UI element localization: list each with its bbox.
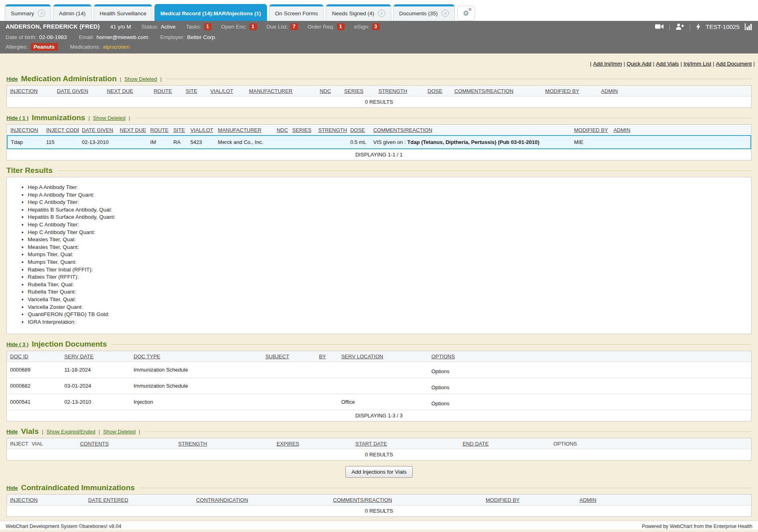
divider (135, 118, 752, 118)
hide-medication-administration-link[interactable]: Hide (6, 76, 18, 82)
action-link-add-document[interactable]: Add Document (716, 61, 752, 67)
add-person-icon[interactable] (676, 23, 684, 30)
column-header-route[interactable]: ROUTE (150, 86, 183, 97)
column-header-strength[interactable]: STRENGTH (375, 86, 424, 97)
column-header-end-date[interactable]: END DATE (459, 438, 550, 449)
tab-summary[interactable]: Summary↗ (5, 4, 51, 21)
tab-documents-35[interactable]: Documents (35)↗ (393, 4, 455, 21)
counter-badge[interactable]: 1 (204, 23, 212, 30)
column-header-strength[interactable]: STRENGTH (315, 125, 347, 136)
titer-item: Hep C Antibody Titer Quant: (28, 229, 747, 236)
show-deleted-immunizations-link[interactable]: Show Deleted (93, 115, 125, 121)
column-header-next-due[interactable]: NEXT DUE (104, 86, 151, 97)
column-header-modified-by[interactable]: MODIFIED BY (483, 495, 576, 505)
lightning-icon[interactable] (696, 23, 700, 30)
counter-badge[interactable]: 3 (372, 23, 380, 30)
page: Summary↗Admin (14)Health SurveillanceMed… (0, 0, 758, 532)
column-header-admin[interactable]: ADMIN (610, 125, 751, 136)
column-header-vial-lot[interactable]: VIAL/LOT (207, 86, 246, 97)
hide-vials-link[interactable]: Hide (6, 429, 18, 435)
column-header-comments-reaction[interactable]: COMMENTS/REACTION (330, 495, 482, 505)
show-expired-ended-link[interactable]: Show Expired/Ended (47, 429, 95, 435)
document-row-0000682[interactable]: 000068203-01-2024Immunization ScheduleOp… (7, 378, 751, 394)
immunization-row-tdap[interactable]: Tdap11502-13-2010IMRA5423Merck and Co., … (7, 136, 751, 149)
column-header-admin[interactable]: ADMIN (576, 495, 751, 505)
counter-badge[interactable]: 1 (337, 23, 345, 30)
action-link-add-inj-imm[interactable]: Add Inj/Imm (593, 61, 622, 67)
column-header-site[interactable]: SITE (170, 125, 187, 136)
hide-injection-documents-link[interactable]: Hide ( 3 ) (6, 341, 29, 347)
column-header-injection[interactable]: INJECTION (7, 495, 85, 505)
column-header-date-entered[interactable]: DATE ENTERED (85, 495, 193, 505)
column-header-vial: VIAL (29, 438, 77, 449)
column-header-subject[interactable]: SUBJECT (262, 351, 316, 362)
column-header-date-given[interactable]: DATE GIVEN (54, 86, 104, 97)
titer-item: Hep A Antibody Titer Quant: (28, 191, 747, 199)
settings-gear-button[interactable]: ⚙ ⚙ (457, 6, 475, 21)
tab-needs-signed-4[interactable]: Needs Signed (4)↗ (326, 4, 391, 21)
column-header-vial-lot[interactable]: VIAL/LOT (187, 125, 214, 136)
column-header-doc-id[interactable]: DOC ID (7, 351, 61, 362)
counter-badge[interactable]: 7 (290, 23, 298, 30)
add-injections-for-vials-button[interactable]: Add Injections for Vials (345, 466, 413, 478)
column-header-modified-by[interactable]: MODIFIED BY (542, 86, 598, 97)
action-link-add-vials[interactable]: Add Vials (656, 61, 679, 67)
column-header-site[interactable]: SITE (183, 86, 207, 97)
column-header-start-date[interactable]: START DATE (352, 438, 460, 449)
column-header-injection[interactable]: INJECTION (7, 125, 43, 136)
column-header-series[interactable]: SERIES (341, 86, 375, 97)
column-header-next-due[interactable]: NEXT DUE (117, 125, 147, 136)
patient-details: Date of birth:02-08-1983 Email:horner@mi… (0, 32, 758, 53)
doc-cell-doc-type: Injection (130, 394, 262, 410)
column-header-dose[interactable]: DOSE (347, 125, 370, 136)
tab-health-surveillance[interactable]: Health Surveillance (94, 4, 152, 21)
document-row-0000689[interactable]: 000068911-18-2024Immunization ScheduleOp… (7, 362, 751, 378)
bar-chart-icon[interactable] (745, 23, 752, 30)
column-header-comments-reaction[interactable]: COMMENTS/REACTION (370, 125, 571, 136)
column-header-serv-date[interactable]: SERV DATE (61, 351, 130, 362)
divider (145, 431, 752, 432)
action-link-quick-add[interactable]: Quick Add (627, 61, 651, 67)
column-header-series[interactable]: SERIES (289, 125, 315, 136)
doc-options-link[interactable]: Options (428, 394, 751, 410)
video-camera-icon[interactable] (655, 24, 664, 29)
hide-immunizations-link[interactable]: Hide ( 1 ) (6, 115, 29, 121)
doc-cell-serv-location (338, 362, 428, 378)
column-header-ndc[interactable]: NDC (316, 86, 341, 97)
column-header-serv-location[interactable]: SERV LOCATION (338, 351, 428, 362)
column-header-date-given[interactable]: DATE GIVEN (79, 125, 117, 136)
doc-cell-subject (262, 394, 316, 410)
column-header-route[interactable]: ROUTE (147, 125, 170, 136)
column-header-strength[interactable]: STRENGTH (175, 438, 273, 449)
column-header-expires[interactable]: EXPIRES (273, 438, 352, 449)
show-deleted-med-admin-link[interactable]: Show Deleted (124, 76, 157, 82)
column-header-contraindication[interactable]: CONTRAINDICATION (193, 495, 330, 505)
show-deleted-vials-link[interactable]: Show Deleted (103, 429, 136, 435)
divider (112, 344, 752, 345)
tab-on-screen-forms[interactable]: On Screen Forms (269, 4, 324, 21)
doc-options-link[interactable]: Options (428, 378, 751, 394)
column-header-contents[interactable]: CONTENTS (77, 438, 175, 449)
column-header-by[interactable]: BY (316, 351, 338, 362)
tab-admin-14[interactable]: Admin (14) (53, 4, 92, 21)
column-header-modified-by[interactable]: MODIFIED BY (571, 125, 610, 136)
doc-cell-serv-date: 02-13-2010 (61, 394, 130, 410)
hide-contraindicated-link[interactable]: Hide (6, 485, 18, 491)
column-header-injection[interactable]: INJECTION (7, 86, 54, 97)
medication-value[interactable]: alprazolam (103, 44, 129, 50)
tab-medical-record-14-mar-injections-1[interactable]: Medical Record (14):MAR/Injections (1) (154, 4, 267, 21)
column-header-ndc[interactable]: NDC (273, 125, 289, 136)
doc-options-link[interactable]: Options (428, 362, 751, 378)
action-link-inj-imm-list[interactable]: Inj/Imm List (684, 61, 711, 67)
column-header-doc-type[interactable]: DOC TYPE (130, 351, 262, 362)
column-header-admin[interactable]: ADMIN (598, 86, 751, 97)
column-header-manufacturer[interactable]: MANUFACTURER (246, 86, 316, 97)
column-header-dose[interactable]: DOSE (424, 86, 451, 97)
column-header-inject-code[interactable]: INJECT CODE (43, 125, 79, 136)
document-row-0000541[interactable]: 000054102-13-2010InjectionOfficeOptions (7, 394, 751, 410)
counter-badge[interactable]: 1 (249, 23, 257, 30)
allergy-badge[interactable]: Peanuts (31, 43, 58, 51)
column-header-comments-reaction[interactable]: COMMENTS/REACTION (451, 86, 542, 97)
column-header-manufacturer[interactable]: MANUFACTURER (215, 125, 273, 136)
column-header-options[interactable]: OPTIONS (428, 351, 751, 362)
